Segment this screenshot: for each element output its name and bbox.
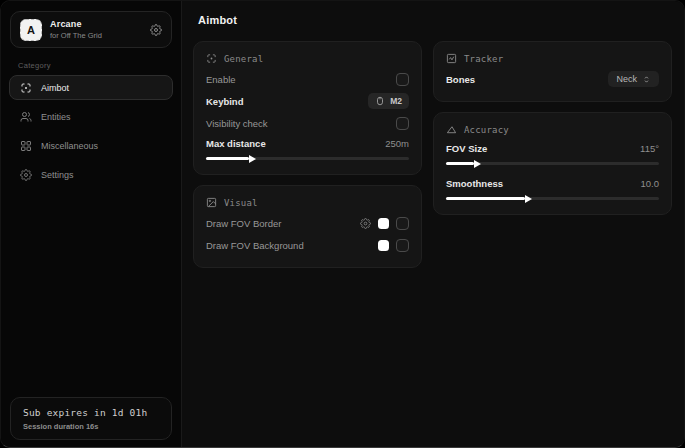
bones-select[interactable]: Neck bbox=[608, 71, 659, 87]
panel-columns: General Enable Keybind M2 bbox=[193, 41, 672, 268]
bones-row: Bones Neck bbox=[446, 68, 659, 90]
sidebar-item-settings[interactable]: Settings bbox=[9, 162, 173, 187]
sub-expires-text: Sub expires in 1d 01h bbox=[23, 407, 159, 418]
smoothness-value: 10.0 bbox=[641, 178, 660, 189]
slider-fill[interactable] bbox=[446, 162, 474, 165]
app-name: Arcane bbox=[50, 19, 102, 29]
sidebar-item-entities[interactable]: Entities bbox=[9, 104, 173, 129]
session-duration-text: Session duration 16s bbox=[23, 422, 159, 431]
max-distance-value: 250m bbox=[385, 138, 409, 149]
fov-border-row: Draw FOV Border bbox=[206, 212, 409, 234]
app-window: A Arcane for Off The Grid Category Aimbo… bbox=[0, 0, 685, 448]
keybind-row: Keybind M2 bbox=[206, 90, 409, 112]
gear-icon[interactable] bbox=[360, 218, 371, 229]
sidebar-item-label: Entities bbox=[41, 112, 71, 122]
enable-row: Enable bbox=[206, 68, 409, 90]
sidebar-item-label: Miscellaneous bbox=[41, 141, 98, 151]
sidebar-nav: Aimbot Entities Miscellaneous Settings bbox=[9, 75, 173, 187]
gear-icon bbox=[20, 169, 32, 181]
max-distance-label: Max distance bbox=[206, 138, 266, 149]
sidebar-item-aimbot[interactable]: Aimbot bbox=[9, 75, 173, 100]
image-icon bbox=[206, 197, 217, 208]
fov-border-label: Draw FOV Border bbox=[206, 218, 282, 229]
visibility-check-label: Visibility check bbox=[206, 118, 268, 129]
sidebar-item-label: Settings bbox=[41, 170, 74, 180]
keybind-label: Keybind bbox=[206, 96, 243, 107]
fov-border-checkbox[interactable] bbox=[396, 217, 409, 230]
fov-background-controls bbox=[378, 239, 409, 252]
enable-checkbox[interactable] bbox=[396, 73, 409, 86]
panel-title-label: General bbox=[224, 54, 263, 64]
grid-icon bbox=[20, 140, 32, 152]
fov-size-slider[interactable] bbox=[446, 159, 659, 168]
slider-fill[interactable] bbox=[446, 197, 525, 200]
bones-label: Bones bbox=[446, 74, 475, 85]
tracker-panel-header: Tracker bbox=[446, 53, 659, 64]
keybind-button[interactable]: M2 bbox=[368, 93, 409, 109]
fov-border-color-swatch[interactable] bbox=[378, 218, 389, 229]
sidebar: A Arcane for Off The Grid Category Aimbo… bbox=[1, 1, 182, 447]
fov-background-row: Draw FOV Background bbox=[206, 234, 409, 256]
fov-size-label: FOV Size bbox=[446, 143, 487, 154]
bones-value: Neck bbox=[616, 74, 637, 84]
page-title: Aimbot bbox=[198, 14, 237, 26]
subscription-card: Sub expires in 1d 01h Session duration 1… bbox=[10, 397, 172, 440]
activity-icon bbox=[446, 53, 457, 64]
max-distance-row: Max distance 250m bbox=[206, 134, 409, 152]
account-card: A Arcane for Off The Grid bbox=[10, 11, 172, 48]
crosshair-icon bbox=[206, 53, 217, 64]
account-info: Arcane for Off The Grid bbox=[50, 19, 102, 40]
main-content: Aimbot General Enable bbox=[182, 1, 684, 447]
users-icon bbox=[20, 111, 32, 123]
smoothness-label: Smoothness bbox=[446, 178, 503, 189]
slider-fill[interactable] bbox=[206, 157, 249, 160]
max-distance-slider[interactable] bbox=[206, 154, 409, 163]
tracker-panel: Tracker Bones Neck bbox=[433, 41, 672, 102]
accuracy-panel-header: Accuracy bbox=[446, 124, 659, 135]
smoothness-slider[interactable] bbox=[446, 194, 659, 203]
sidebar-item-miscellaneous[interactable]: Miscellaneous bbox=[9, 133, 173, 158]
mouse-icon bbox=[375, 96, 385, 106]
app-subtitle: for Off The Grid bbox=[50, 31, 102, 40]
panel-title-label: Visual bbox=[224, 198, 258, 208]
app-logo: A bbox=[20, 19, 42, 41]
enable-label: Enable bbox=[206, 74, 236, 85]
general-panel-header: General bbox=[206, 53, 409, 64]
fov-background-checkbox[interactable] bbox=[396, 239, 409, 252]
fov-background-color-swatch[interactable] bbox=[378, 240, 389, 251]
gear-icon[interactable] bbox=[150, 24, 162, 36]
panel-title-label: Tracker bbox=[464, 54, 503, 64]
accuracy-panel: Accuracy FOV Size 115° Smoothness 10.0 bbox=[433, 112, 672, 215]
left-column: General Enable Keybind M2 bbox=[193, 41, 422, 268]
smoothness-row: Smoothness 10.0 bbox=[446, 174, 659, 192]
visual-panel: Visual Draw FOV Border Draw bbox=[193, 185, 422, 268]
panel-title-label: Accuracy bbox=[464, 125, 509, 135]
right-column: Tracker Bones Neck bbox=[433, 41, 672, 268]
crosshair-icon bbox=[20, 82, 32, 94]
sidebar-item-label: Aimbot bbox=[41, 83, 69, 93]
category-label: Category bbox=[18, 61, 181, 70]
triangle-icon bbox=[446, 124, 457, 135]
fov-background-label: Draw FOV Background bbox=[206, 240, 304, 251]
visibility-check-checkbox[interactable] bbox=[396, 117, 409, 130]
chevron-up-down-icon bbox=[642, 75, 651, 84]
fov-size-row: FOV Size 115° bbox=[446, 139, 659, 157]
fov-size-value: 115° bbox=[640, 143, 659, 154]
keybind-value: M2 bbox=[390, 96, 402, 106]
visual-panel-header: Visual bbox=[206, 197, 409, 208]
general-panel: General Enable Keybind M2 bbox=[193, 41, 422, 175]
fov-border-controls bbox=[360, 217, 409, 230]
visibility-check-row: Visibility check bbox=[206, 112, 409, 134]
